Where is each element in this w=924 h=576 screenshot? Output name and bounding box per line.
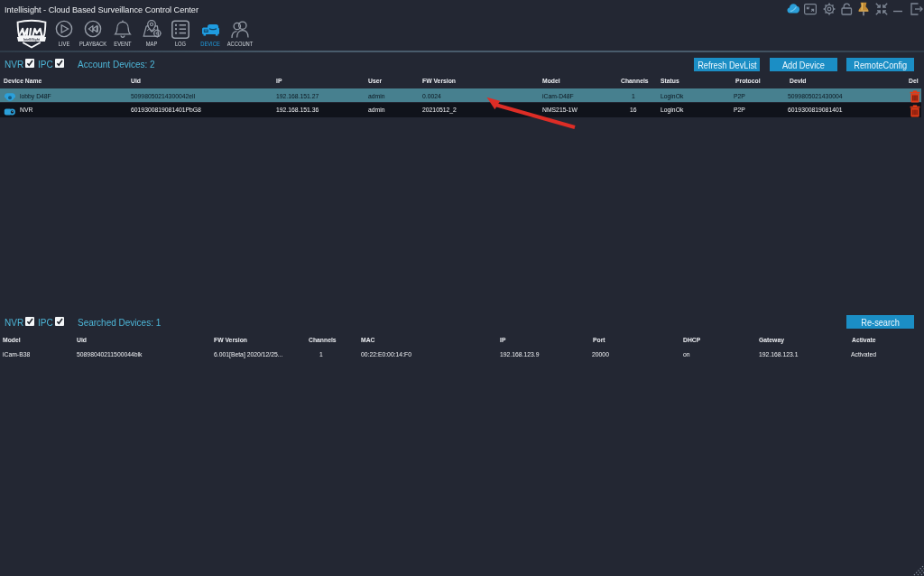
svg-text:IntelliSight: IntelliSight [23,38,41,42]
